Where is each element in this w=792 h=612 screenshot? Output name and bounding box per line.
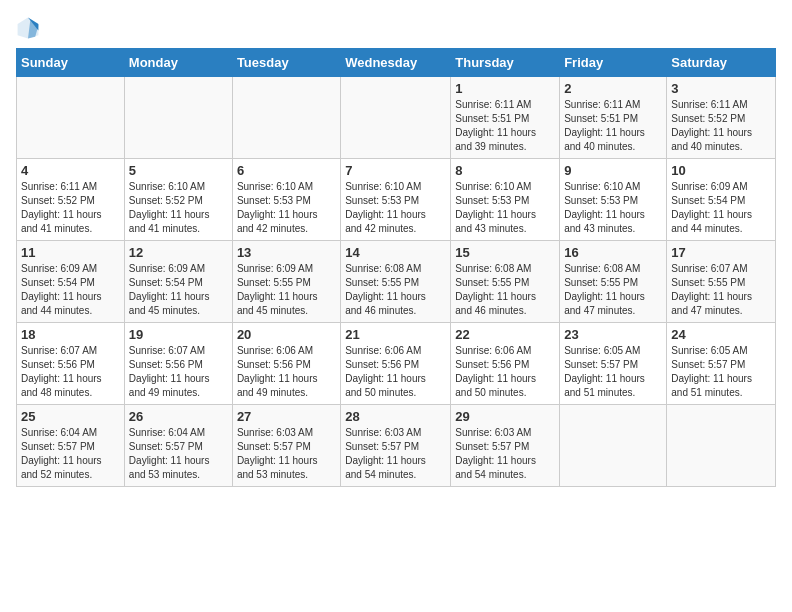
week-row-2: 4Sunrise: 6:11 AM Sunset: 5:52 PM Daylig… [17, 159, 776, 241]
day-cell: 10Sunrise: 6:09 AM Sunset: 5:54 PM Dayli… [667, 159, 776, 241]
day-cell: 18Sunrise: 6:07 AM Sunset: 5:56 PM Dayli… [17, 323, 125, 405]
day-number: 4 [21, 163, 120, 178]
day-info: Sunrise: 6:10 AM Sunset: 5:53 PM Dayligh… [455, 180, 555, 236]
day-info: Sunrise: 6:04 AM Sunset: 5:57 PM Dayligh… [129, 426, 228, 482]
day-info: Sunrise: 6:05 AM Sunset: 5:57 PM Dayligh… [564, 344, 662, 400]
day-number: 3 [671, 81, 771, 96]
day-cell: 20Sunrise: 6:06 AM Sunset: 5:56 PM Dayli… [232, 323, 340, 405]
day-cell [667, 405, 776, 487]
day-info: Sunrise: 6:08 AM Sunset: 5:55 PM Dayligh… [345, 262, 446, 318]
day-number: 8 [455, 163, 555, 178]
day-info: Sunrise: 6:05 AM Sunset: 5:57 PM Dayligh… [671, 344, 771, 400]
col-header-tuesday: Tuesday [232, 49, 340, 77]
day-number: 22 [455, 327, 555, 342]
col-header-thursday: Thursday [451, 49, 560, 77]
day-cell: 9Sunrise: 6:10 AM Sunset: 5:53 PM Daylig… [560, 159, 667, 241]
day-cell: 22Sunrise: 6:06 AM Sunset: 5:56 PM Dayli… [451, 323, 560, 405]
day-number: 9 [564, 163, 662, 178]
day-cell: 3Sunrise: 6:11 AM Sunset: 5:52 PM Daylig… [667, 77, 776, 159]
day-cell: 11Sunrise: 6:09 AM Sunset: 5:54 PM Dayli… [17, 241, 125, 323]
day-number: 2 [564, 81, 662, 96]
day-number: 13 [237, 245, 336, 260]
day-number: 20 [237, 327, 336, 342]
week-row-3: 11Sunrise: 6:09 AM Sunset: 5:54 PM Dayli… [17, 241, 776, 323]
day-info: Sunrise: 6:10 AM Sunset: 5:53 PM Dayligh… [345, 180, 446, 236]
col-header-monday: Monday [124, 49, 232, 77]
day-info: Sunrise: 6:10 AM Sunset: 5:53 PM Dayligh… [237, 180, 336, 236]
col-header-wednesday: Wednesday [341, 49, 451, 77]
day-number: 21 [345, 327, 446, 342]
day-number: 11 [21, 245, 120, 260]
day-number: 16 [564, 245, 662, 260]
day-info: Sunrise: 6:03 AM Sunset: 5:57 PM Dayligh… [455, 426, 555, 482]
day-cell: 19Sunrise: 6:07 AM Sunset: 5:56 PM Dayli… [124, 323, 232, 405]
day-info: Sunrise: 6:11 AM Sunset: 5:51 PM Dayligh… [455, 98, 555, 154]
day-cell: 8Sunrise: 6:10 AM Sunset: 5:53 PM Daylig… [451, 159, 560, 241]
day-number: 15 [455, 245, 555, 260]
logo-icon [16, 16, 40, 40]
day-cell: 14Sunrise: 6:08 AM Sunset: 5:55 PM Dayli… [341, 241, 451, 323]
day-number: 18 [21, 327, 120, 342]
day-number: 7 [345, 163, 446, 178]
week-row-1: 1Sunrise: 6:11 AM Sunset: 5:51 PM Daylig… [17, 77, 776, 159]
week-row-4: 18Sunrise: 6:07 AM Sunset: 5:56 PM Dayli… [17, 323, 776, 405]
day-cell: 5Sunrise: 6:10 AM Sunset: 5:52 PM Daylig… [124, 159, 232, 241]
day-info: Sunrise: 6:07 AM Sunset: 5:56 PM Dayligh… [21, 344, 120, 400]
day-cell: 13Sunrise: 6:09 AM Sunset: 5:55 PM Dayli… [232, 241, 340, 323]
day-number: 19 [129, 327, 228, 342]
day-info: Sunrise: 6:10 AM Sunset: 5:52 PM Dayligh… [129, 180, 228, 236]
day-cell [341, 77, 451, 159]
day-info: Sunrise: 6:03 AM Sunset: 5:57 PM Dayligh… [345, 426, 446, 482]
day-cell [232, 77, 340, 159]
day-info: Sunrise: 6:06 AM Sunset: 5:56 PM Dayligh… [237, 344, 336, 400]
day-cell: 26Sunrise: 6:04 AM Sunset: 5:57 PM Dayli… [124, 405, 232, 487]
day-number: 12 [129, 245, 228, 260]
day-info: Sunrise: 6:07 AM Sunset: 5:55 PM Dayligh… [671, 262, 771, 318]
day-number: 29 [455, 409, 555, 424]
day-info: Sunrise: 6:11 AM Sunset: 5:52 PM Dayligh… [671, 98, 771, 154]
col-header-saturday: Saturday [667, 49, 776, 77]
day-number: 14 [345, 245, 446, 260]
logo [16, 16, 44, 40]
day-number: 23 [564, 327, 662, 342]
day-cell: 28Sunrise: 6:03 AM Sunset: 5:57 PM Dayli… [341, 405, 451, 487]
day-number: 26 [129, 409, 228, 424]
day-info: Sunrise: 6:06 AM Sunset: 5:56 PM Dayligh… [345, 344, 446, 400]
day-info: Sunrise: 6:11 AM Sunset: 5:51 PM Dayligh… [564, 98, 662, 154]
day-cell: 25Sunrise: 6:04 AM Sunset: 5:57 PM Dayli… [17, 405, 125, 487]
day-cell: 12Sunrise: 6:09 AM Sunset: 5:54 PM Dayli… [124, 241, 232, 323]
day-info: Sunrise: 6:03 AM Sunset: 5:57 PM Dayligh… [237, 426, 336, 482]
day-info: Sunrise: 6:09 AM Sunset: 5:55 PM Dayligh… [237, 262, 336, 318]
day-info: Sunrise: 6:09 AM Sunset: 5:54 PM Dayligh… [671, 180, 771, 236]
day-info: Sunrise: 6:06 AM Sunset: 5:56 PM Dayligh… [455, 344, 555, 400]
day-cell: 29Sunrise: 6:03 AM Sunset: 5:57 PM Dayli… [451, 405, 560, 487]
day-cell: 2Sunrise: 6:11 AM Sunset: 5:51 PM Daylig… [560, 77, 667, 159]
day-cell: 27Sunrise: 6:03 AM Sunset: 5:57 PM Dayli… [232, 405, 340, 487]
header-row: SundayMondayTuesdayWednesdayThursdayFrid… [17, 49, 776, 77]
day-cell: 24Sunrise: 6:05 AM Sunset: 5:57 PM Dayli… [667, 323, 776, 405]
day-cell: 6Sunrise: 6:10 AM Sunset: 5:53 PM Daylig… [232, 159, 340, 241]
calendar-table: SundayMondayTuesdayWednesdayThursdayFrid… [16, 48, 776, 487]
day-cell: 1Sunrise: 6:11 AM Sunset: 5:51 PM Daylig… [451, 77, 560, 159]
day-number: 28 [345, 409, 446, 424]
header [16, 16, 776, 40]
day-number: 5 [129, 163, 228, 178]
day-cell [124, 77, 232, 159]
day-cell: 23Sunrise: 6:05 AM Sunset: 5:57 PM Dayli… [560, 323, 667, 405]
day-cell: 21Sunrise: 6:06 AM Sunset: 5:56 PM Dayli… [341, 323, 451, 405]
day-cell [560, 405, 667, 487]
day-info: Sunrise: 6:04 AM Sunset: 5:57 PM Dayligh… [21, 426, 120, 482]
day-info: Sunrise: 6:11 AM Sunset: 5:52 PM Dayligh… [21, 180, 120, 236]
day-number: 6 [237, 163, 336, 178]
day-number: 27 [237, 409, 336, 424]
day-cell: 15Sunrise: 6:08 AM Sunset: 5:55 PM Dayli… [451, 241, 560, 323]
col-header-friday: Friday [560, 49, 667, 77]
day-number: 1 [455, 81, 555, 96]
day-info: Sunrise: 6:09 AM Sunset: 5:54 PM Dayligh… [21, 262, 120, 318]
day-info: Sunrise: 6:08 AM Sunset: 5:55 PM Dayligh… [455, 262, 555, 318]
day-info: Sunrise: 6:08 AM Sunset: 5:55 PM Dayligh… [564, 262, 662, 318]
day-cell: 7Sunrise: 6:10 AM Sunset: 5:53 PM Daylig… [341, 159, 451, 241]
day-cell [17, 77, 125, 159]
day-number: 25 [21, 409, 120, 424]
col-header-sunday: Sunday [17, 49, 125, 77]
